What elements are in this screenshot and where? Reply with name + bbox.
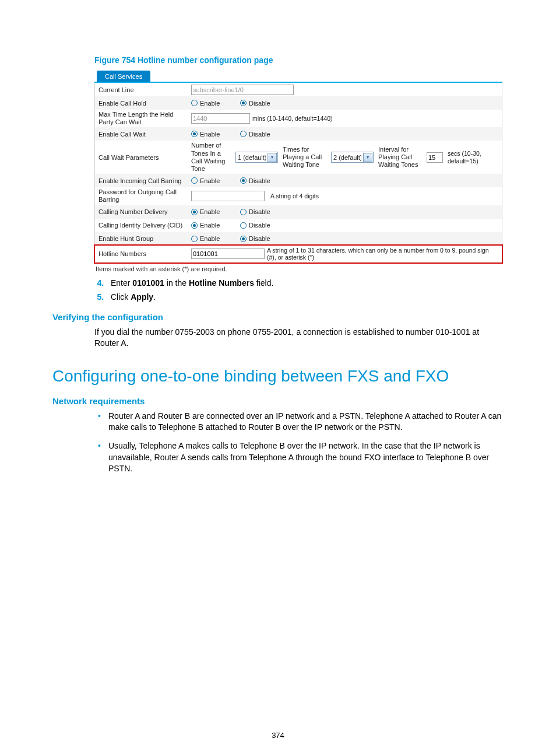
figure-caption: Figure 754 Hotline number configuration …	[94, 55, 504, 65]
label-max-time: Max Time Length the Held Party Can Wait	[98, 111, 191, 126]
input-hotline[interactable]	[191, 249, 265, 259]
tab-call-services[interactable]: Call Services	[97, 71, 150, 82]
row-incoming-barring: Enable Incoming Call Barring Enable Disa…	[95, 174, 502, 187]
hint-pw-barring: A string of 4 digits	[270, 192, 319, 200]
radio-cnd-enable[interactable]	[191, 209, 198, 215]
verify-paragraph: If you dial the number 0755-2003 on phon…	[94, 327, 504, 349]
label-call-hold: Enable Call Hold	[98, 100, 191, 107]
radio-cid-disable[interactable]	[240, 222, 247, 229]
radio-call-wait-disable[interactable]	[240, 131, 247, 137]
page-number: 374	[0, 731, 556, 740]
radio-incoming-disable[interactable]	[240, 177, 247, 184]
step-5: Click Apply.	[106, 292, 504, 302]
radio-call-hold-disable[interactable]	[240, 100, 247, 106]
config-screenshot: Call Services Current Line Enable Call H…	[94, 71, 502, 263]
row-cnd: Calling Number Delivery Enable Disable	[95, 205, 502, 219]
label-cw-params: Call Wait Parameters	[98, 154, 191, 161]
select-cw-times[interactable]: 2 (default)▾	[331, 152, 374, 163]
row-current-line: Current Line	[95, 83, 502, 96]
chevron-down-icon: ▾	[268, 153, 277, 162]
netreq-item-2: Usually, Telephone A makes calls to Tele…	[108, 440, 504, 475]
chevron-down-icon: ▾	[363, 153, 372, 162]
row-cw-params: Call Wait Parameters Number of Tones In …	[95, 141, 502, 174]
radio-hunt-disable[interactable]	[240, 236, 247, 242]
row-call-hold: Enable Call Hold Enable Disable	[95, 96, 502, 110]
label-incoming-barring: Enable Incoming Call Barring	[98, 177, 191, 184]
radio-incoming-enable[interactable]	[191, 177, 198, 184]
radio-cnd-disable[interactable]	[240, 209, 247, 215]
heading-netreq: Network requirements	[52, 396, 504, 406]
step-4: Enter 0101001 in the Hotline Numbers fie…	[106, 278, 504, 288]
row-pw-barring: Password for Outgoing Call Barring A str…	[95, 187, 502, 205]
row-max-time: Max Time Length the Held Party Can Wait …	[95, 110, 502, 127]
radio-hunt-enable[interactable]	[191, 236, 198, 242]
netreq-item-1: Router A and Router B are connected over…	[108, 411, 504, 433]
label-current-line: Current Line	[98, 86, 191, 93]
heading-verifying: Verifying the configuration	[52, 312, 504, 322]
input-max-time[interactable]	[191, 113, 250, 124]
input-pw-barring[interactable]	[191, 191, 265, 201]
config-form: Current Line Enable Call Hold Enable Dis…	[94, 83, 502, 263]
label-call-wait: Enable Call Wait	[98, 131, 191, 138]
tab-bar: Call Services	[94, 71, 502, 83]
hint-max-time: mins (10-1440, default=1440)	[252, 115, 332, 122]
input-current-line[interactable]	[191, 85, 294, 95]
heading-main: Configuring one-to-one binding between F…	[52, 367, 504, 386]
netreq-list: Router A and Router B are connected over…	[94, 411, 504, 475]
label-hotline: Hotline Numbers	[98, 250, 191, 257]
label-cid: Calling Identity Delivery (CID)	[98, 222, 191, 229]
label-pw-barring: Password for Outgoing Call Barring	[98, 188, 191, 204]
label-cw-tones: Number of Tones In a Call Waiting Tone	[191, 142, 231, 173]
label-cnd: Calling Number Delivery	[98, 208, 191, 215]
hint-hotline: A string of 1 to 31 characters, which ca…	[267, 247, 498, 261]
label-cw-interval: Interval for Playing Call Waiting Tones	[378, 146, 422, 169]
form-footnote: Items marked with an asterisk (*) are re…	[96, 265, 504, 272]
row-call-wait: Enable Call Wait Enable Disable	[95, 127, 502, 141]
hint-cw-interval: secs (10-30, default=15)	[448, 150, 488, 164]
row-hotline: Hotline Numbers A string of 1 to 31 char…	[94, 244, 503, 264]
label-cw-times: Times for Playing a Call Waiting Tone	[283, 146, 326, 169]
row-cid: Calling Identity Delivery (CID) Enable D…	[95, 219, 502, 232]
radio-call-hold-enable[interactable]	[191, 100, 198, 106]
select-cw-tones[interactable]: 1 (default)▾	[235, 152, 278, 163]
radio-call-wait-enable[interactable]	[191, 131, 198, 137]
radio-cid-enable[interactable]	[191, 222, 198, 229]
input-cw-interval[interactable]	[427, 152, 443, 163]
label-hunt: Enable Hunt Group	[98, 235, 191, 242]
row-hunt: Enable Hunt Group Enable Disable	[95, 232, 502, 246]
step-list: Enter 0101001 in the Hotline Numbers fie…	[94, 278, 504, 302]
